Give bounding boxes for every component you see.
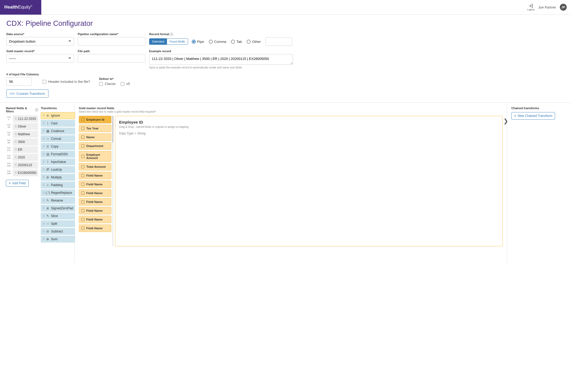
seg-fixed-width[interactable]: Fixed Width [167,39,188,44]
input-columns-label: # of Input File Columns [6,73,39,76]
avatar[interactable]: JP [560,4,567,11]
file-path-input[interactable] [78,54,145,63]
gold-field-checkbox[interactable] [81,127,84,130]
named-field-item[interactable]: Col60 ⠿3500 [6,138,38,145]
gold-field-item[interactable]: Tax Year [79,125,111,132]
named-field-item[interactable]: Col225 ⠿2020 [6,154,38,161]
logout-button[interactable]: Logout [527,3,535,11]
help-icon[interactable]: ? [170,33,173,36]
transform-item-sum[interactable]: ⠿⊕Sum [41,236,75,243]
help-icon[interactable]: ? [35,108,38,111]
gold-field-item[interactable]: Employee Id [79,116,111,123]
transform-item-split[interactable]: ⠿↔Split [41,220,75,227]
named-field-item[interactable]: Col1 ⠿111-22-3333 [6,115,38,122]
gold-scrollbar[interactable] [112,116,113,246]
gold-field-checkbox[interactable] [81,136,84,139]
gold-field-item[interactable]: Field Name [79,189,111,197]
example-record-textarea[interactable]: 111-22-3333 | Oliver | Matthew | 3500 | … [149,54,293,65]
transform-item-coalesce[interactable]: ⠿▦Coalesce [41,128,75,134]
grip-icon: ⠿ [15,133,17,136]
gold-field-checkbox[interactable] [81,165,84,168]
gold-field-checkbox[interactable] [81,209,84,212]
transform-item-lookup[interactable]: ⠿🗗LookUp [41,166,75,173]
chevron-right-icon[interactable]: ❯ [503,118,508,125]
gold-field-checkbox[interactable] [81,218,84,221]
gold-field-checkbox[interactable] [81,155,84,158]
column-indicator: Col111 [6,146,12,153]
named-field-chip[interactable]: ⠿ER [13,146,38,153]
logout-icon [528,3,533,8]
transform-item-rename[interactable]: ⠿✎Rename [41,197,75,204]
gold-field-item[interactable]: Field Name [79,224,111,232]
transform-item-slice[interactable]: ⠿✎Slice [41,213,75,219]
transform-item-subtract[interactable]: ⠿⊖Subtract [41,228,75,235]
transform-item-padding[interactable]: ⠿»Padding [41,182,75,189]
deliver-to-label: Deliver to* [99,77,130,80]
field-mapping-dropzone[interactable]: Employee ID Drag & Drop - named fields o… [115,116,503,246]
named-field-chip[interactable]: ⠿EX26005050 [13,169,38,176]
named-field-chip[interactable]: ⠿Oliver [13,123,38,130]
gold-field-item[interactable]: Employer Amount [79,151,111,162]
radio-other-input[interactable] [266,37,292,46]
gold-field-item[interactable]: Field Name [79,216,111,223]
deliver-v5-checkbox[interactable]: v5 [121,82,130,86]
gold-field-checkbox[interactable] [81,144,84,148]
named-field-chip[interactable]: ⠿3500 [13,138,38,145]
gold-field-checkbox[interactable] [81,183,84,186]
transform-item-copy[interactable]: ⠿⎘Copy [41,143,75,150]
grip-icon: ⠿ [43,176,44,179]
header-included-checkbox[interactable]: Header included in the file? [43,80,90,84]
column-indicator: Col25 [6,131,12,138]
gold-master-select[interactable]: —— [6,54,74,63]
transform-item-inputvalue[interactable]: ⠿IInputValue [41,158,75,165]
named-field-chip[interactable]: ⠿111-22-3333 [13,115,38,122]
gold-field-item[interactable]: Field Name [79,172,111,179]
named-field-item[interactable]: Col334 ⠿EX26005050 [6,169,38,176]
transform-icon: ⊖ [46,230,49,233]
gold-field-checkbox[interactable] [81,118,84,121]
named-field-item[interactable]: Col111 ⠿ER [6,146,38,153]
named-field-item[interactable]: Col333 ⠿20200115 [6,162,38,169]
radio-tab[interactable]: Tab [231,40,242,44]
radio-comma[interactable]: Comma [209,40,226,44]
transform-item-ignore[interactable]: ⠿⊘Ignore [41,112,75,119]
pipeline-name-input[interactable] [78,37,145,46]
named-field-chip[interactable]: ⠿Matthew [13,131,38,138]
gold-field-item[interactable]: Field Name [79,207,111,214]
named-field-chip[interactable]: ⠿20200115 [13,162,38,169]
grip-icon: ⠿ [43,122,44,125]
gold-field-checkbox[interactable] [81,191,84,195]
gold-field-checkbox[interactable] [81,174,84,177]
transform-item-concat[interactable]: ⠿↔Concat [41,135,75,142]
radio-other[interactable]: Other [247,40,261,44]
radio-pipe[interactable]: Pipe [192,40,204,44]
new-chained-transform-button[interactable]: +New Chained Transform [511,112,555,120]
transform-item-signedzeropad[interactable]: ⠿≣SignedZeroPad [41,205,75,212]
transform-item-regexreplace[interactable]: ⠿(.*)RegexReplace [41,189,75,196]
gold-field-item[interactable]: Field Name [79,181,111,188]
gold-field-checkbox[interactable] [81,227,84,230]
data-source-select[interactable]: Dropdown button [6,37,74,46]
add-field-button[interactable]: +Add Field [6,180,29,187]
custom-transform-button[interactable]: </> Custom Transform [6,89,48,98]
gold-field-item[interactable]: Name [79,133,111,141]
deliver-classic-checkbox[interactable]: Classic [99,82,116,86]
gold-field-item[interactable]: Field Name [79,198,111,206]
named-field-item[interactable]: Col25 ⠿Matthew [6,131,38,138]
named-field-chip[interactable]: ⠿2020 [13,154,38,161]
transform-icon: ⎘ [46,145,49,148]
transform-item-cast[interactable]: ⠿⟩Cast [41,120,75,127]
gold-master-label: Gold master record* [6,50,74,53]
grip-icon: ⠿ [15,140,17,144]
transform-item-formatssn[interactable]: ⠿▤FormatSSN [41,151,75,158]
named-field-item[interactable]: Col24 ⠿Oliver [6,123,38,130]
data-source-label: Data source* [6,32,74,36]
seg-delimited[interactable]: Delimited [149,39,167,44]
grip-icon: ⠿ [43,145,44,148]
gold-field-item[interactable]: Total Amount [79,163,111,170]
transform-icon: ⊘ [46,114,49,117]
input-columns-input[interactable] [6,77,31,86]
transform-item-multiply[interactable]: ⠿⊛Multiply [41,174,75,181]
gold-field-checkbox[interactable] [81,200,84,203]
gold-field-item[interactable]: Department [79,142,111,150]
